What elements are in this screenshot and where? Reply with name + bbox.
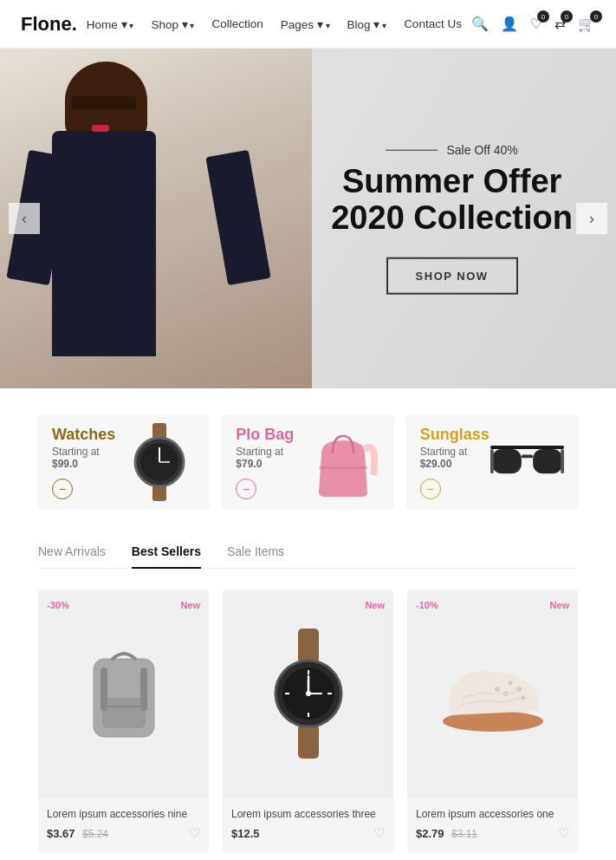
product-3-wishlist-button[interactable]: ♡ xyxy=(558,825,569,841)
hero-next-button[interactable]: › xyxy=(576,203,607,234)
cat-sunglass-sub: Starting at $29.00 xyxy=(420,446,490,470)
wishlist-badge: 0 xyxy=(537,10,549,23)
cat-sunglass-info: Sunglass Starting at $29.00 − xyxy=(420,426,490,499)
nav-links: Home ▾ Shop ▾ Collection Pages ▾ Blog ▾ … xyxy=(87,17,462,31)
nav-pages[interactable]: Pages ▾ xyxy=(281,17,330,31)
product-1-new-badge: New xyxy=(180,600,200,610)
product-2-price: $12.5 xyxy=(231,825,260,841)
product-3-price-current: $2.79 xyxy=(416,827,444,840)
nav-contact[interactable]: Contact Us xyxy=(404,17,462,30)
category-watches[interactable]: Watches Starting at $99.0 − xyxy=(38,414,210,510)
product-3-badges: -10% New xyxy=(407,600,578,610)
watch-svg xyxy=(125,423,194,501)
product-2-wishlist-button[interactable]: ♡ xyxy=(373,825,385,841)
product-3-image xyxy=(407,590,578,798)
hero-sale-label: Sale Off 40% xyxy=(446,143,517,157)
hero-title-line2: 2020 Collection xyxy=(331,199,573,236)
products-grid: -30% New Lorem ipsum accessories nine xyxy=(0,569,616,860)
svg-rect-17 xyxy=(101,668,107,711)
cart-badge: 0 xyxy=(590,10,602,23)
svg-point-34 xyxy=(508,681,512,686)
compare-icon[interactable]: ⇄0 xyxy=(554,16,566,32)
svg-point-35 xyxy=(521,696,525,700)
product-1-name: Lorem ipsum accessories nine xyxy=(47,808,200,820)
product-3-new-badge: New xyxy=(549,600,569,610)
svg-point-29 xyxy=(306,691,311,696)
product-1-wishlist-button[interactable]: ♡ xyxy=(189,825,200,841)
cat-sunglass-btn[interactable]: − xyxy=(420,479,441,499)
hero-prev-button[interactable]: ‹ xyxy=(9,203,40,234)
cat-bag-sub: Starting at $79.0 xyxy=(236,446,306,470)
product-1-badges: -30% New xyxy=(38,600,209,610)
nav-blog[interactable]: Blog ▾ xyxy=(347,17,387,31)
svg-rect-6 xyxy=(319,466,367,469)
search-icon[interactable]: 🔍 xyxy=(471,16,489,32)
cat-bag-info: Plo Bag Starting at $79.0 − xyxy=(236,426,306,499)
nav-collection[interactable]: Collection xyxy=(211,17,263,30)
tab-best-sellers[interactable]: Best Sellers xyxy=(132,544,201,569)
hero-banner: ‹ Sale Off 40% Summer Offer 2020 Collect… xyxy=(0,49,616,388)
svg-rect-19 xyxy=(298,629,319,663)
product-2-badges: New xyxy=(223,600,393,610)
svg-rect-12 xyxy=(561,449,564,473)
svg-rect-15 xyxy=(102,698,146,728)
brand-logo[interactable]: Flone. xyxy=(21,13,77,36)
product-1-image xyxy=(38,590,209,798)
cat-sunglass-name: Sunglass xyxy=(420,426,490,444)
product-2-name: Lorem ipsum accessories three xyxy=(231,808,385,820)
product-2-price-current: $12.5 xyxy=(231,827,260,840)
cat-bag-name: Plo Bag xyxy=(236,426,306,444)
hero-image xyxy=(0,49,312,388)
product-1-price-current: $3.67 xyxy=(47,827,75,840)
cat-watches-name: Watches xyxy=(52,426,122,444)
svg-rect-7 xyxy=(490,446,564,449)
sunglass-svg xyxy=(490,440,564,484)
hero-title-line1: Summer Offer xyxy=(342,163,561,199)
product-2-new-badge: New xyxy=(365,600,385,610)
product-2-price-row: $12.5 ♡ xyxy=(231,825,385,841)
tab-new-arrivals[interactable]: New Arrivals xyxy=(38,544,106,569)
product-3-price-row: $2.79 $3.11 ♡ xyxy=(416,825,569,841)
svg-rect-20 xyxy=(298,724,319,759)
svg-point-33 xyxy=(495,687,500,692)
cat-watches-image xyxy=(122,423,196,501)
category-sunglass[interactable]: Sunglass Starting at $29.00 − xyxy=(406,414,578,510)
user-icon[interactable]: 👤 xyxy=(501,16,518,32)
product-1-price: $3.67 $5.24 xyxy=(47,825,108,841)
compare-badge: 0 xyxy=(561,10,573,23)
svg-rect-11 xyxy=(490,449,494,473)
hero-content: Sale Off 40% Summer Offer 2020 Collectio… xyxy=(331,143,573,295)
product-card-2[interactable]: New Lorem ipsum xyxy=(223,590,393,853)
svg-rect-10 xyxy=(522,455,533,459)
hero-title: Summer Offer 2020 Collection xyxy=(331,164,573,237)
category-section: Watches Starting at $99.0 − Plo Bag Star… xyxy=(0,388,616,536)
hero-cta-button[interactable]: SHOP NOW xyxy=(386,257,518,294)
product-3-info: Lorem ipsum accessories one $2.79 $3.11 … xyxy=(407,798,578,853)
wishlist-icon[interactable]: ♡0 xyxy=(530,16,542,32)
product-3-price-old: $3.11 xyxy=(451,828,477,840)
product-2-image xyxy=(223,590,393,798)
product-1-info: Lorem ipsum accessories nine $3.67 $5.24… xyxy=(38,798,209,853)
category-bag[interactable]: Plo Bag Starting at $79.0 − xyxy=(222,414,393,510)
product-1-price-old: $5.24 xyxy=(82,828,108,840)
hero-line-decoration xyxy=(386,149,438,150)
cat-watches-sub: Starting at $99.0 xyxy=(52,446,122,470)
product-tabs-section: New Arrivals Best Sellers Sale Items xyxy=(0,536,616,569)
cat-watches-btn[interactable]: − xyxy=(52,479,73,499)
product-1-price-row: $3.67 $5.24 ♡ xyxy=(47,825,200,841)
nav-home[interactable]: Home ▾ xyxy=(87,17,134,31)
cat-bag-btn[interactable]: − xyxy=(236,479,256,499)
cat-bag-image xyxy=(307,423,380,501)
tab-sale-items[interactable]: Sale Items xyxy=(227,544,284,569)
product-1-discount-badge: -30% xyxy=(47,600,69,610)
product-tabs: New Arrivals Best Sellers Sale Items xyxy=(38,544,578,569)
cat-sunglass-image xyxy=(490,423,564,501)
product-3-name: Lorem ipsum accessories one xyxy=(416,808,569,820)
nav-shop[interactable]: Shop ▾ xyxy=(151,17,194,31)
svg-rect-9 xyxy=(533,449,562,473)
product-card-3[interactable]: -10% New Lorem ipsum accessories one xyxy=(407,590,578,853)
product-card-1[interactable]: -30% New Lorem ipsum accessories nine xyxy=(38,590,209,853)
svg-rect-18 xyxy=(140,668,147,711)
cart-icon[interactable]: 🛒0 xyxy=(578,16,595,32)
hero-sale-line: Sale Off 40% xyxy=(331,143,573,157)
